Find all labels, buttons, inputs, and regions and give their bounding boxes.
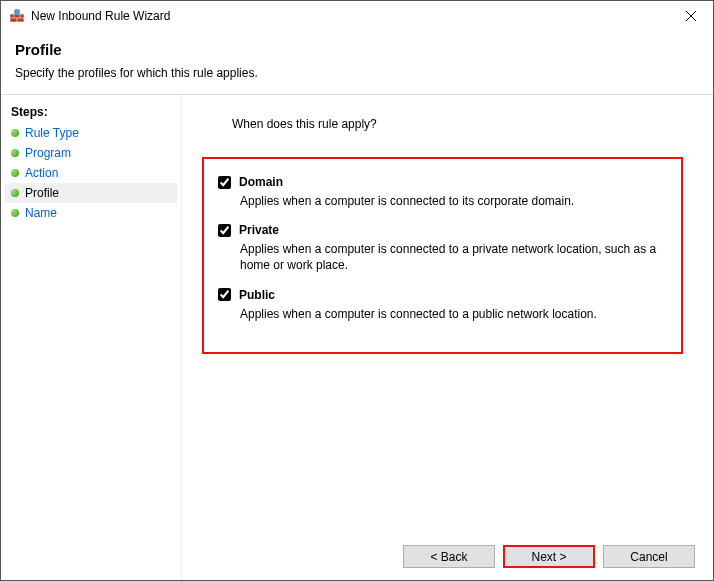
step-program[interactable]: Program: [5, 143, 177, 163]
step-name[interactable]: Name: [5, 203, 177, 223]
option-row[interactable]: Domain: [218, 175, 667, 189]
step-bullet-icon: [11, 169, 19, 177]
step-bullet-icon: [11, 209, 19, 217]
wizard-header: Profile Specify the profiles for which t…: [1, 31, 713, 94]
titlebar: New Inbound Rule Wizard: [1, 1, 713, 31]
page-title: Profile: [15, 41, 699, 58]
window-title: New Inbound Rule Wizard: [31, 9, 668, 23]
cancel-button[interactable]: Cancel: [603, 545, 695, 568]
step-rule-type[interactable]: Rule Type: [5, 123, 177, 143]
step-link[interactable]: Program: [25, 146, 71, 160]
close-button[interactable]: [668, 1, 713, 31]
back-button[interactable]: < Back: [403, 545, 495, 568]
content-prompt: When does this rule apply?: [232, 117, 693, 131]
option-domain: Domain Applies when a computer is connec…: [218, 175, 667, 209]
step-link[interactable]: Name: [25, 206, 57, 220]
steps-title: Steps:: [5, 101, 177, 123]
option-description: Applies when a computer is connected to …: [240, 241, 667, 273]
checkbox-public[interactable]: [218, 288, 231, 301]
profiles-highlight-box: Domain Applies when a computer is connec…: [202, 157, 683, 354]
steps-sidebar: Steps: Rule Type Program Action Profile …: [1, 95, 181, 580]
close-icon: [686, 11, 696, 21]
next-button[interactable]: Next >: [503, 545, 595, 568]
step-action[interactable]: Action: [5, 163, 177, 183]
checkbox-domain[interactable]: [218, 176, 231, 189]
step-bullet-icon: [11, 129, 19, 137]
step-link[interactable]: Rule Type: [25, 126, 79, 140]
option-private: Private Applies when a computer is conne…: [218, 223, 667, 273]
dialog-window: New Inbound Rule Wizard Profile Specify …: [0, 0, 714, 581]
page-subtitle: Specify the profiles for which this rule…: [15, 66, 699, 80]
option-row[interactable]: Private: [218, 223, 667, 237]
option-label: Domain: [239, 175, 283, 189]
wizard-content: When does this rule apply? Domain Applie…: [181, 95, 713, 580]
wizard-body: Steps: Rule Type Program Action Profile …: [1, 95, 713, 580]
option-description: Applies when a computer is connected to …: [240, 193, 667, 209]
wizard-footer: < Back Next > Cancel: [182, 532, 713, 580]
firewall-icon: [9, 8, 25, 24]
option-label: Private: [239, 223, 279, 237]
svg-point-6: [14, 9, 20, 15]
step-bullet-icon: [11, 189, 19, 197]
option-public: Public Applies when a computer is connec…: [218, 288, 667, 322]
step-label-current: Profile: [25, 186, 59, 200]
step-link[interactable]: Action: [25, 166, 58, 180]
option-label: Public: [239, 288, 275, 302]
option-row[interactable]: Public: [218, 288, 667, 302]
checkbox-private[interactable]: [218, 224, 231, 237]
step-bullet-icon: [11, 149, 19, 157]
option-description: Applies when a computer is connected to …: [240, 306, 667, 322]
step-profile[interactable]: Profile: [5, 183, 177, 203]
